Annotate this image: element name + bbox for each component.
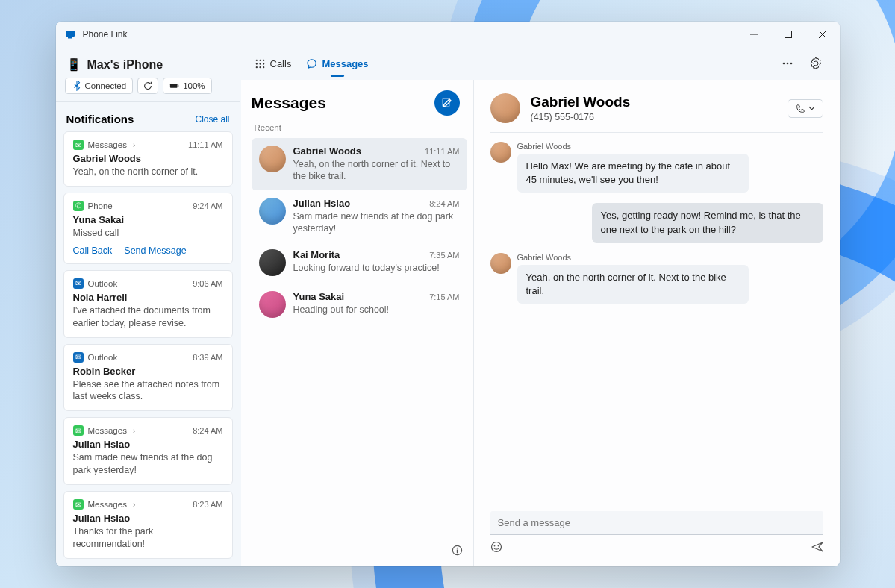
svg-rect-3 [170, 84, 178, 87]
battery-status: 100% [163, 78, 211, 94]
svg-point-19 [456, 548, 458, 549]
notification-app: ✉ Messages › [73, 140, 136, 150]
svg-point-12 [259, 66, 261, 68]
notification-app: ✉ Outlook [73, 278, 118, 289]
bluetooth-icon [72, 81, 82, 91]
avatar [259, 146, 286, 172]
message-stream: Gabriel Woods Hello Max! We are meeting … [490, 133, 823, 504]
send-button[interactable] [811, 541, 823, 556]
refresh-icon [143, 81, 153, 91]
chat-header: Gabriel Woods (415) 555-0176 [490, 93, 823, 133]
svg-point-21 [491, 542, 501, 552]
svg-point-15 [786, 63, 788, 65]
svg-rect-0 [66, 31, 75, 37]
info-button[interactable] [452, 545, 463, 559]
notification-body: Sam made new friends at the dog park yes… [73, 451, 223, 477]
notifications-list: ✉ Messages › 11:11 AM Gabriel Woods Yeah… [56, 131, 240, 566]
notification-time: 8:23 AM [193, 500, 222, 509]
conversation-list: Messages Recent Gabriel Woods 11:11 AM Y… [241, 80, 474, 566]
notification-time: 8:39 AM [193, 353, 222, 362]
window-close-button[interactable] [805, 22, 840, 47]
call-button[interactable] [788, 99, 823, 118]
message-avatar [490, 253, 511, 274]
message-sender: Gabriel Woods [517, 253, 749, 262]
notification-card[interactable]: ✉ Messages › 11:11 AM Gabriel Woods Yeah… [63, 131, 233, 187]
svg-point-5 [255, 59, 257, 60]
conversation-item[interactable]: Julian Hsiao 8:24 AM Sam made new friend… [252, 190, 467, 243]
message-sender: Gabriel Woods [517, 142, 749, 151]
compose-button[interactable] [434, 90, 460, 116]
conversation-name: Yuna Sakai [293, 291, 345, 302]
svg-point-13 [263, 66, 264, 68]
emoji-button[interactable] [490, 541, 502, 556]
app-badge-icon: ✉ [73, 425, 84, 436]
notification-title: Julian Hsiao [73, 439, 223, 450]
notification-title: Gabriel Woods [73, 153, 223, 164]
message-bubble: Yeah, on the north corner of it. Next to… [517, 265, 749, 304]
tab-messages[interactable]: Messages [306, 47, 368, 80]
notification-card[interactable]: ✆ Phone 9:24 AM Yuna Sakai Missed call C… [63, 193, 233, 264]
messages-icon [306, 58, 317, 69]
battery-icon [169, 81, 180, 91]
window-maximize-button[interactable] [771, 22, 805, 47]
avatar [259, 249, 286, 276]
emoji-icon [490, 541, 502, 553]
conversation-time: 7:35 AM [429, 251, 459, 260]
tab-calls[interactable]: Calls [255, 47, 292, 80]
outgoing-message: Yes, getting ready now! Remind me, is th… [490, 203, 823, 242]
send-icon [811, 541, 823, 553]
notification-card[interactable]: ✉ Outlook 8:39 AM Robin Becker Please se… [63, 344, 233, 412]
chat-pane: Gabriel Woods (415) 555-0176 Gabriel Woo… [474, 80, 840, 566]
notification-app: ✆ Phone [73, 201, 113, 211]
app-badge-icon: ✆ [73, 201, 84, 211]
notification-action[interactable]: Call Back [73, 245, 113, 256]
bluetooth-status[interactable]: Connected [65, 78, 134, 94]
chevron-right-icon: › [133, 501, 135, 509]
svg-point-9 [259, 63, 261, 64]
composer [490, 511, 823, 556]
settings-button[interactable] [805, 53, 826, 74]
chevron-down-icon [808, 106, 815, 110]
close-all-button[interactable]: Close all [195, 114, 229, 125]
conversation-preview: Sam made new friends at the dog park yes… [293, 210, 460, 235]
app-badge-icon: ✉ [73, 278, 84, 289]
app-badge-icon: ✉ [73, 499, 84, 510]
notification-action[interactable]: Send Message [124, 245, 186, 256]
refresh-button[interactable] [137, 78, 158, 94]
recent-label: Recent [255, 123, 464, 132]
notification-body: Yeah, on the north corner of it. [73, 166, 223, 178]
compose-icon [441, 97, 453, 109]
message-input[interactable] [490, 511, 823, 535]
phone-icon: 📱 [66, 57, 81, 72]
svg-point-23 [497, 545, 499, 547]
dialpad-icon [255, 58, 266, 69]
more-button[interactable] [777, 53, 798, 74]
svg-point-8 [255, 63, 257, 64]
conversation-preview: Yeah, on the north corner of it. Next to… [293, 158, 460, 183]
notification-app: ✉ Outlook [73, 352, 118, 363]
titlebar: Phone Link [56, 22, 840, 47]
app-badge-icon: ✉ [73, 352, 84, 363]
ellipsis-icon [782, 57, 793, 69]
svg-rect-2 [785, 31, 791, 38]
svg-point-16 [790, 63, 792, 65]
notifications-title: Notifications [66, 113, 134, 125]
conversation-item[interactable]: Yuna Sakai 7:15 AM Heading out for schoo… [252, 284, 467, 325]
notification-title: Yuna Sakai [73, 214, 223, 225]
avatar [259, 198, 286, 225]
chevron-right-icon: › [133, 427, 135, 435]
svg-point-11 [255, 66, 257, 68]
chevron-right-icon: › [133, 141, 135, 149]
device-row[interactable]: 📱 Max's iPhone [56, 50, 240, 78]
message-bubble: Hello Max! We are meeting by the cafe in… [517, 154, 749, 193]
gear-icon [810, 57, 822, 69]
notification-card[interactable]: ✉ Messages › 8:24 AM Julian Hsiao Sam ma… [63, 417, 233, 485]
notification-card[interactable]: ✉ Messages › 8:23 AM Julian Hsiao Thanks… [63, 491, 233, 559]
conversation-item[interactable]: Gabriel Woods 11:11 AM Yeah, on the nort… [252, 138, 467, 190]
conversation-item[interactable]: Kai Morita 7:35 AM Looking forward to to… [252, 242, 467, 284]
window-minimize-button[interactable] [737, 22, 771, 47]
message-avatar [490, 142, 511, 163]
notification-card[interactable]: ✉ Outlook 9:06 AM Nola Harrell I've atta… [63, 270, 233, 338]
phone-icon [796, 104, 805, 113]
notification-time: 9:06 AM [193, 279, 222, 288]
